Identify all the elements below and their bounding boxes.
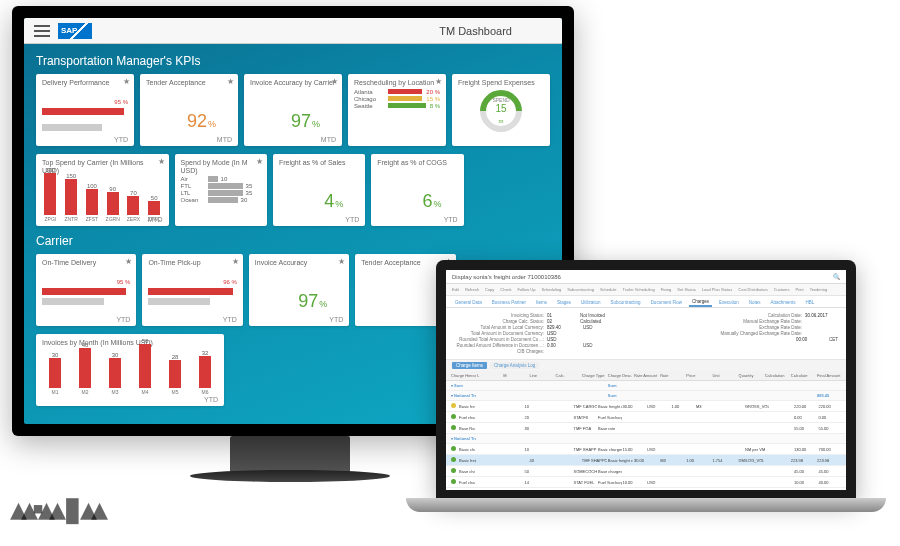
tab-business-partner[interactable]: Business Partner bbox=[489, 299, 529, 307]
toolbar-button[interactable]: Scheduling bbox=[541, 287, 561, 292]
bar bbox=[208, 197, 238, 203]
form-label: Charge Calc. Status: bbox=[454, 319, 544, 324]
tab-notes[interactable]: Notes bbox=[746, 299, 764, 307]
star-icon[interactable]: ★ bbox=[158, 157, 165, 166]
menu-icon[interactable] bbox=[34, 25, 50, 37]
tab-hbl[interactable]: HBL bbox=[802, 299, 817, 307]
toolbar-button[interactable]: Subcontracting bbox=[567, 287, 594, 292]
table-row[interactable]: ▾ National Trucking - Tram…Sum885.45 bbox=[446, 391, 846, 401]
tab-charges[interactable]: Charges bbox=[689, 298, 712, 307]
city: Seattle bbox=[354, 103, 384, 109]
bar bbox=[148, 288, 233, 295]
table-row[interactable]: Basic freight charges40TMF SHAPPCBasic f… bbox=[446, 455, 846, 466]
form-value: 30.06.2017 bbox=[805, 313, 835, 318]
toolbar-button[interactable]: Refresh bbox=[465, 287, 479, 292]
search-icon[interactable]: 🔍 bbox=[833, 273, 840, 280]
tile-ontime-pickup[interactable]: ★ On-Time Pick-up 96 % YTD bbox=[142, 254, 242, 326]
column-header[interactable]: Charge Desc. bbox=[607, 373, 633, 378]
column-header[interactable]: Calculation bbox=[764, 373, 790, 378]
table-row[interactable]: Basic freight charges10TMF CARGOBasic fr… bbox=[446, 401, 846, 412]
toolbar-button[interactable]: Load Plan Status bbox=[702, 287, 732, 292]
table-row[interactable]: Base Rate30TMF FOABase rate55.0055.00 bbox=[446, 423, 846, 434]
tab-subcontracting[interactable]: Subcontracting bbox=[608, 299, 644, 307]
column-header[interactable]: Calc. bbox=[555, 373, 581, 378]
column-header[interactable]: Rate Amount bbox=[633, 373, 659, 378]
tile-freight-cogs[interactable]: Freight as % of COGS 6% YTD bbox=[371, 154, 463, 226]
column-header[interactable]: Charge Hierarchy bbox=[450, 373, 476, 378]
star-icon[interactable]: ★ bbox=[227, 77, 234, 86]
tile-title: Freight Spend Expenses bbox=[458, 79, 544, 87]
star-icon[interactable]: ★ bbox=[256, 157, 263, 166]
page-title: TM Dashboard bbox=[439, 25, 552, 37]
tile-rescheduling[interactable]: ★ Rescheduling by Location Atlanta20 %Ch… bbox=[348, 74, 446, 146]
status-led bbox=[451, 457, 456, 462]
star-icon[interactable]: ★ bbox=[338, 257, 345, 266]
tab-execution[interactable]: Execution bbox=[716, 299, 742, 307]
tab-utilization[interactable]: Utilization bbox=[578, 299, 604, 307]
table-header: Charge HierarchyLMLineCalc.Charge TypeCh… bbox=[446, 371, 846, 381]
toolbar-button[interactable]: Fixing bbox=[661, 287, 672, 292]
tile-spend-mode[interactable]: ★ Spend by Mode (In M USD) Air10FTL35LTL… bbox=[175, 154, 267, 226]
value: 15 % bbox=[426, 96, 440, 102]
tile-ontime-delivery[interactable]: ★ On-Time Delivery 95 % YTD bbox=[36, 254, 136, 326]
toolbar-button[interactable]: Follow Up bbox=[518, 287, 536, 292]
toolbar-button[interactable]: Trailer Scheduling bbox=[623, 287, 655, 292]
footer: YTD bbox=[345, 216, 359, 223]
column-header[interactable]: Unit bbox=[711, 373, 737, 378]
column-header[interactable]: Rate bbox=[659, 373, 685, 378]
form-value bbox=[805, 343, 835, 348]
table-row[interactable]: Fuel charge14STAT FUELFuel Surcharge10.0… bbox=[446, 477, 846, 488]
tile-title: Invoices by Month (In Millions USD) bbox=[42, 339, 218, 347]
star-icon[interactable]: ★ bbox=[232, 257, 239, 266]
tab-attachments[interactable]: Attachments bbox=[767, 299, 798, 307]
star-icon[interactable]: ★ bbox=[125, 257, 132, 266]
bar bbox=[42, 124, 102, 131]
tile-title: Delivery Performance bbox=[42, 79, 128, 87]
column-header[interactable]: Line bbox=[528, 373, 554, 378]
toolbar-button[interactable]: Copy bbox=[485, 287, 494, 292]
column-header[interactable]: Price bbox=[685, 373, 711, 378]
bar bbox=[127, 196, 139, 215]
table-row[interactable]: ▾ SumSum bbox=[446, 381, 846, 391]
tile-top-spend[interactable]: ★ Top Spend by Carrier (In Millions USD)… bbox=[36, 154, 169, 226]
column-header[interactable]: Charge Type bbox=[581, 373, 607, 378]
toolbar-button[interactable]: Customs bbox=[774, 287, 790, 292]
table-row[interactable]: ▾ National Truckling 2 Sum bbox=[446, 434, 846, 444]
subtab-charge-items[interactable]: Charge Items bbox=[452, 362, 487, 369]
tab-general-data[interactable]: General Data bbox=[452, 299, 485, 307]
toolbar-button[interactable]: Set Status bbox=[677, 287, 695, 292]
toolbar-button[interactable]: Print bbox=[795, 287, 803, 292]
tab-stages[interactable]: Stages bbox=[554, 299, 574, 307]
tile-delivery-performance[interactable]: ★ Delivery Performance 95 % YTD bbox=[36, 74, 134, 146]
tile-freight-spend[interactable]: Freight Spend Expenses SPEND 15 m bbox=[452, 74, 550, 146]
tab-document-flow[interactable]: Document Flow bbox=[648, 299, 685, 307]
tile-invoices-month[interactable]: Invoices by Month (In Millions USD) 30M1… bbox=[36, 334, 224, 406]
city: Atlanta bbox=[354, 89, 384, 95]
value: 97 bbox=[291, 111, 311, 131]
star-icon[interactable]: ★ bbox=[123, 77, 130, 86]
status-led bbox=[451, 479, 456, 484]
table-row[interactable]: Fuel charge20STATFSFuel Surcharge0.000.0… bbox=[446, 412, 846, 423]
bar bbox=[79, 348, 91, 388]
tab-items[interactable]: Items bbox=[533, 299, 550, 307]
toolbar-button[interactable]: Cost Distribution bbox=[738, 287, 767, 292]
toolbar-button[interactable]: Check bbox=[500, 287, 511, 292]
tile-tender-acceptance[interactable]: ★ Tender Acceptance 92% MTD bbox=[140, 74, 238, 146]
tile-freight-sales[interactable]: Freight as % of Sales 4% YTD bbox=[273, 154, 365, 226]
star-icon[interactable]: ★ bbox=[435, 77, 442, 86]
table-row[interactable]: Basic charges10TMF SHAPPBasic charges15.… bbox=[446, 444, 846, 455]
toolbar-button[interactable]: Schedule bbox=[600, 287, 617, 292]
column-header[interactable]: Quantity bbox=[738, 373, 764, 378]
table-row[interactable]: Base charges50SOMECOCHARGEBase charges45… bbox=[446, 466, 846, 477]
table-row[interactable]: Loading charges18TMF 110333Loading charg… bbox=[446, 488, 846, 490]
tile-invoice-accuracy-carrier[interactable]: ★ Invoice Accuracy by Carrier 97% MTD bbox=[244, 74, 342, 146]
column-header[interactable]: M bbox=[502, 373, 528, 378]
subtab-charge-analysis[interactable]: Charge Analysis Log bbox=[490, 362, 539, 369]
toolbar-button[interactable]: Edit bbox=[452, 287, 459, 292]
column-header[interactable]: Calculate bbox=[790, 373, 816, 378]
tile-invoice-accuracy[interactable]: ★ Invoice Accuracy 97% YTD bbox=[249, 254, 349, 326]
star-icon[interactable]: ★ bbox=[331, 77, 338, 86]
column-header[interactable]: L bbox=[476, 373, 502, 378]
column-header[interactable]: Final Amount bbox=[816, 373, 842, 378]
toolbar-button[interactable]: Tendering bbox=[810, 287, 828, 292]
